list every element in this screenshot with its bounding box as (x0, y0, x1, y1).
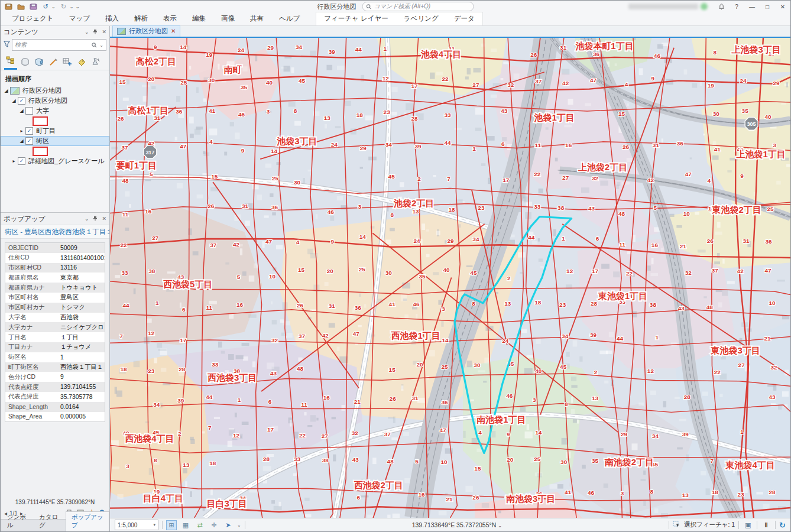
expander-icon[interactable]: ▸ (18, 128, 25, 134)
block-number: 25 (180, 79, 187, 86)
map-view-tab[interactable]: 行政区分地図 ✕ (112, 25, 180, 37)
block-number: 33 (212, 361, 219, 368)
ribbon-tab-0[interactable]: プロジェクト (4, 12, 61, 25)
left-dock: コンテンツ ⌄ ✕ 検索 ⌄ 描画順序 (1, 26, 110, 531)
expander-icon[interactable]: ▸ (11, 158, 17, 164)
contents-search-input[interactable]: 検索 ⌄ (12, 39, 106, 51)
close-pane-icon[interactable]: ✕ (102, 216, 106, 222)
pane-menu-chevron-icon[interactable]: ⌄ (85, 29, 89, 35)
list-by-editing-icon[interactable] (47, 56, 60, 70)
list-by-perspective-icon[interactable] (89, 56, 102, 70)
block-number: 47 (180, 143, 187, 150)
field-name: 市区町村CD (5, 264, 58, 272)
redo-dropdown-icon[interactable]: ⌄ (70, 4, 74, 9)
map-canvas[interactable]: 9141924293439441112631364681318152025303… (110, 38, 790, 518)
ribbon-tab-6[interactable]: 画像 (213, 12, 242, 25)
block-number: 38 (322, 457, 329, 463)
expander-icon[interactable]: ◢ (11, 98, 17, 103)
field-value: １丁目 (58, 333, 105, 342)
ribbon-tab-5[interactable]: 編集 (184, 12, 213, 25)
scale-select[interactable]: 1:5,000 ▾ (115, 520, 158, 530)
layer-row-街区[interactable]: ◢✓街区 (1, 136, 109, 146)
command-search-box[interactable]: コマンド検索 (Alt+Q) (362, 2, 474, 11)
pin-icon[interactable] (93, 29, 98, 35)
legend-swatch[interactable] (1, 116, 109, 126)
block-number: 36 (355, 304, 362, 311)
switch-view-tool-icon[interactable]: ⇄ (194, 520, 205, 530)
list-by-drawing-order-icon[interactable] (4, 54, 17, 70)
crosshair-tool-icon[interactable]: ✛ (209, 520, 219, 530)
block-number: 10 (440, 459, 448, 465)
layer-row-行政区分地図[interactable]: ◢✓行政区分地図 (1, 96, 109, 106)
pane-menu-chevron-icon[interactable]: ⌄ (85, 216, 89, 222)
annotate-tool-icon[interactable]: ➤ (223, 520, 234, 530)
save-project-icon[interactable] (4, 3, 12, 11)
filter-icon[interactable] (4, 41, 10, 49)
map-svg[interactable]: 9141924293439441112631364681318152025303… (110, 38, 790, 518)
layer-row-大字[interactable]: ◢大字 (1, 106, 109, 116)
list-by-selection-icon[interactable] (33, 56, 46, 70)
redo-icon[interactable]: ↻ (60, 3, 68, 11)
layer-row-詳細地図_グレースケール[interactable]: ▸✓詳細地図_グレースケール (1, 156, 109, 166)
outline-symbol-swatch[interactable] (33, 116, 48, 126)
district-label-東池袋4丁目: 東池袋4丁目 (725, 460, 775, 470)
cursor-coordinates[interactable]: 139.7133649°E 35.7372055°N ⌄ (249, 521, 665, 528)
close-pane-icon[interactable]: ✕ (102, 29, 106, 35)
refresh-map-icon[interactable]: ↻ (779, 521, 786, 530)
maximize-button[interactable]: □ (760, 1, 775, 12)
block-number: 8 (565, 401, 568, 407)
customize-qat-icon[interactable]: ⌄ (75, 4, 80, 9)
list-by-data-source-icon[interactable] (18, 56, 31, 70)
save-as-icon[interactable] (29, 3, 37, 11)
minimize-button[interactable]: — (744, 1, 760, 12)
dock-tab-ポップアップ[interactable]: ポップアップ (66, 511, 109, 531)
block-number: 9 (241, 147, 245, 154)
close-button[interactable]: ✕ (775, 1, 790, 12)
legend-swatch[interactable] (1, 146, 109, 156)
route-number: 317 (145, 150, 154, 155)
expander-icon[interactable]: ◢ (3, 88, 9, 93)
contextual-tab-2[interactable]: データ (446, 12, 482, 25)
layer-visibility-checkbox[interactable] (25, 107, 33, 115)
outline-symbol-swatch[interactable] (33, 147, 48, 156)
notifications-bell-icon[interactable] (714, 1, 729, 12)
account-name-redacted[interactable] (628, 3, 708, 10)
layer-row-町丁目[interactable]: ▸✓町丁目 (1, 126, 109, 136)
search-options-chevron-icon[interactable]: ⌄ (99, 43, 103, 48)
expander-icon[interactable]: ◢ (18, 108, 25, 113)
dock-tab-シンボル[interactable]: シンボル (2, 512, 34, 531)
attribute-table-icon[interactable]: ▣ (743, 520, 753, 530)
layer-visibility-checkbox[interactable]: ✓ (18, 97, 25, 105)
block-number: 26 (707, 238, 714, 244)
expander-icon[interactable]: ◢ (18, 138, 25, 144)
ribbon-tab-1[interactable]: マップ (61, 12, 98, 25)
list-by-snapping-icon[interactable] (61, 56, 74, 70)
block-number: 22 (534, 171, 541, 177)
pin-icon[interactable] (93, 216, 98, 222)
grid-tool-icon[interactable]: ▦ (180, 520, 191, 530)
ribbon-tab-2[interactable]: 挿入 (98, 12, 127, 25)
layer-row-行政区分地図[interactable]: ◢行政区分地図 (1, 86, 109, 96)
status-tools-chevron-icon[interactable]: ⌄ (237, 523, 241, 528)
layer-visibility-checkbox[interactable]: ✓ (25, 137, 33, 145)
dock-tab-カタログ[interactable]: カタログ (34, 512, 66, 531)
district-label-高松1丁目: 高松1丁目 (128, 105, 168, 115)
selected-features-count[interactable]: 選択フィーチャ: 1 (684, 521, 735, 529)
help-icon[interactable]: ? (729, 1, 744, 12)
popup-feature-link[interactable]: 街区 - 豊島区西池袋西池袋１丁目１ (1, 225, 109, 239)
ribbon-tab-3[interactable]: 解析 (127, 12, 155, 25)
ribbon-tab-4[interactable]: 表示 (155, 12, 184, 25)
list-by-labeling-icon[interactable] (75, 56, 88, 70)
pause-drawing-icon[interactable]: ‖ (761, 520, 771, 530)
undo-icon[interactable]: ↺ (41, 3, 50, 11)
ribbon-tab-8[interactable]: ヘルプ (271, 12, 307, 25)
ribbon-tab-7[interactable]: 共有 (242, 12, 271, 25)
flash-location-tool-icon[interactable]: ⊞ (166, 520, 177, 530)
open-project-icon[interactable] (17, 3, 25, 11)
undo-dropdown-icon[interactable]: ⌄ (51, 4, 56, 9)
close-view-icon[interactable]: ✕ (171, 28, 176, 34)
layer-visibility-checkbox[interactable]: ✓ (18, 157, 25, 165)
layer-visibility-checkbox[interactable]: ✓ (25, 127, 33, 135)
contextual-tab-1[interactable]: ラベリング (396, 12, 446, 25)
contextual-tab-0[interactable]: フィーチャ レイヤー (316, 12, 396, 25)
